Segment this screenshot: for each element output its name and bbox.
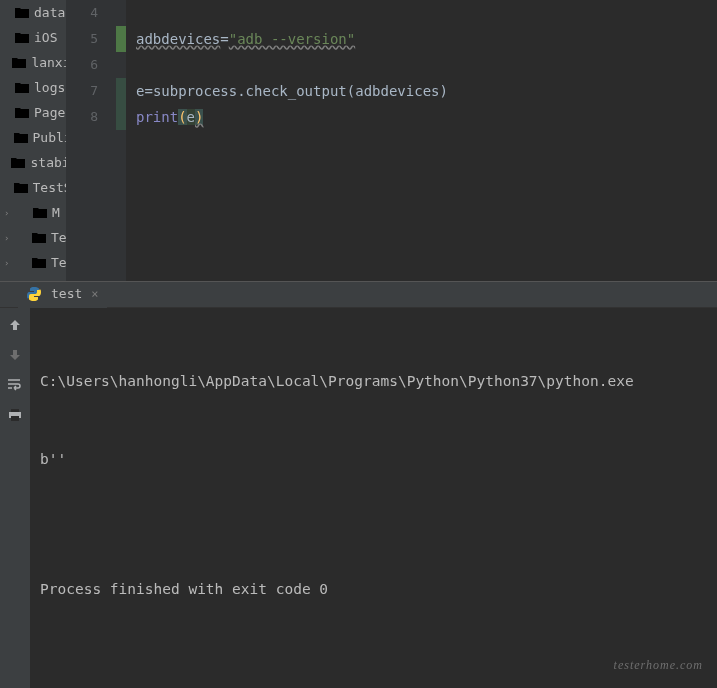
code-content[interactable]: adbdevices="adb --version" e=subprocess.… — [126, 0, 717, 281]
print-button[interactable] — [4, 404, 26, 426]
line-number: 5 — [66, 26, 98, 52]
tree-item[interactable]: ›Te — [0, 225, 66, 250]
tree-item[interactable]: logs — [0, 75, 66, 100]
code-editor[interactable]: 4 5 6 7 8 adbdevices="adb --version" e=s… — [66, 0, 717, 281]
line-number: 8 — [66, 104, 98, 130]
console-line: Process finished with exit code 0 — [40, 576, 707, 602]
line-number: 4 — [66, 0, 98, 26]
folder-icon — [13, 180, 29, 196]
folder-icon — [11, 55, 27, 71]
soft-wrap-button[interactable] — [4, 374, 26, 396]
run-panel: test × C:\Users\hanhongli\AppData\Local\… — [0, 281, 717, 688]
tree-item[interactable]: ›Te — [0, 250, 66, 275]
folder-icon — [31, 230, 47, 246]
run-tab[interactable]: test × — [18, 282, 107, 308]
run-body: C:\Users\hanhongli\AppData\Local\Program… — [0, 308, 717, 688]
chevron-right-icon[interactable]: › — [4, 258, 14, 268]
tree-item[interactable]: Publi — [0, 125, 66, 150]
close-icon[interactable]: × — [91, 287, 98, 301]
line-number: 7 — [66, 78, 98, 104]
tree-item[interactable]: ›M — [0, 200, 66, 225]
watermark: testerhome.com — [614, 652, 703, 678]
scroll-down-button[interactable] — [4, 344, 26, 366]
folder-icon — [14, 80, 30, 96]
python-file-icon — [31, 280, 47, 282]
chevron-right-icon[interactable]: › — [4, 208, 14, 218]
console-line: b'' — [40, 446, 707, 472]
folder-icon — [31, 255, 47, 271]
folder-icon — [14, 30, 30, 46]
tree-item[interactable]: TestS — [0, 175, 66, 200]
folder-icon — [13, 130, 29, 146]
svg-rect-2 — [11, 416, 19, 421]
change-indicator-bar — [116, 0, 126, 281]
folder-icon — [10, 155, 26, 171]
run-toolbar — [0, 308, 30, 688]
tree-item[interactable]: iOS — [0, 25, 66, 50]
tree-item[interactable]: data — [0, 0, 66, 25]
run-tab-label: test — [51, 286, 82, 301]
run-tabs-bar: test × — [0, 282, 717, 308]
folder-icon — [14, 105, 30, 121]
tree-item[interactable]: Page — [0, 100, 66, 125]
tree-item[interactable]: lanxin — [0, 50, 66, 75]
folder-icon — [32, 205, 48, 221]
line-number-gutter: 4 5 6 7 8 — [66, 0, 116, 281]
svg-rect-1 — [11, 409, 19, 412]
folder-icon — [14, 5, 30, 21]
main-area: data iOS lanxin logs Page Publi stabili … — [0, 0, 717, 281]
tree-item[interactable]: stabili — [0, 150, 66, 175]
project-tree[interactable]: data iOS lanxin logs Page Publi stabili … — [0, 0, 66, 281]
chevron-right-icon[interactable]: › — [4, 233, 14, 243]
console-output[interactable]: C:\Users\hanhongli\AppData\Local\Program… — [30, 308, 717, 688]
console-line: C:\Users\hanhongli\AppData\Local\Program… — [40, 368, 707, 394]
scroll-up-button[interactable] — [4, 314, 26, 336]
line-number: 6 — [66, 52, 98, 78]
python-file-icon — [26, 286, 42, 302]
